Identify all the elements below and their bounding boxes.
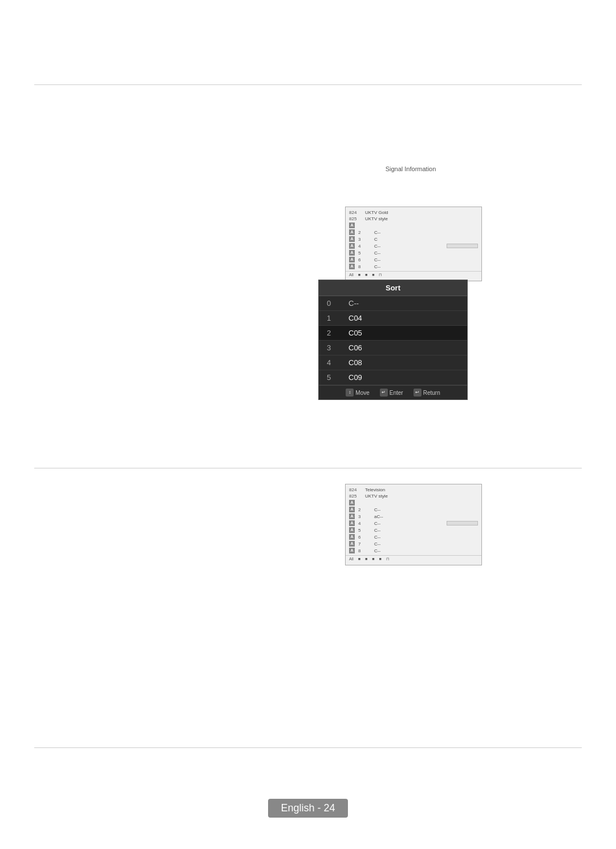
ch-row-3-bot: A 3 aC-- — [346, 513, 481, 520]
sort-item-4[interactable]: 4 C08 — [319, 355, 467, 370]
sort-nav-bar: ↕ Move ↵ Enter ↩ Return — [319, 385, 467, 399]
footer-badge: English - 24 — [268, 799, 347, 818]
sort-item-0[interactable]: 0 C-- — [319, 296, 467, 311]
ch-row-4-top: A 4 C-- — [346, 242, 481, 249]
ch-row-5-bot: A 5 C-- — [346, 527, 481, 533]
ch-row-824-top: 824 UKTV Gold — [346, 209, 481, 216]
ch-footer-bar-bot: All ■ ■ ■ ■ ⊓ — [346, 555, 481, 563]
ch-row-6-top: A 6 C-- — [346, 256, 481, 263]
ch-row-6-bot: A 6 C-- — [346, 533, 481, 540]
ch-row-5-top: A 5 C-- — [346, 249, 481, 256]
ch-row-7-bot: A 7 C-- — [346, 540, 481, 547]
return-icon: ↩ — [414, 389, 422, 397]
ch-icon-row-bot: A — [346, 499, 481, 506]
sort-header: Sort — [319, 280, 467, 296]
divider-middle — [34, 468, 582, 468]
ch-row-8-bot: A 8 C-- — [346, 547, 481, 554]
footer: English - 24 — [0, 799, 616, 818]
sort-nav-return: ↩ Return — [414, 389, 440, 397]
sort-nav-move: ↕ Move — [346, 389, 369, 397]
enter-icon: ↵ — [380, 389, 388, 397]
divider-top — [34, 84, 582, 85]
ch-row-824-bot: 824 Television — [346, 487, 481, 493]
channel-list-bottom: 824 Television 825 UKTV style A A 2 C-- … — [345, 484, 482, 565]
divider-bottom — [34, 747, 582, 748]
ch-footer-bar-top: All ■ ■ ■ ⊓ — [346, 271, 481, 278]
channel-list-top: 824 UKTV Gold 825 UKTV style A A 2 C-- A… — [345, 207, 482, 281]
ch-row-825-bot: 825 UKTV style — [346, 493, 481, 499]
ch-row-8-top: A 8 C-- — [346, 263, 481, 270]
move-icon: ↕ — [346, 389, 354, 397]
signal-info-label: Signal Information — [339, 165, 482, 172]
sort-item-5[interactable]: 5 C09 — [319, 370, 467, 385]
ch-row-2-bot: A 2 C-- — [346, 506, 481, 513]
signal-info-section: Signal Information 824 UKTV Gold 825 UKT… — [339, 165, 482, 281]
ch-row-2-top: A 2 C-- — [346, 229, 481, 236]
ch-icon-row-top: A — [346, 222, 481, 229]
sort-overlay[interactable]: Sort 0 C-- 1 C04 2 C05 3 C06 4 C08 5 C09… — [318, 280, 468, 400]
sort-item-1[interactable]: 1 C04 — [319, 311, 467, 326]
ch-row-4-bot: A 4 C-- — [346, 520, 481, 527]
sort-nav-enter: ↵ Enter — [380, 389, 403, 397]
ch-row-825-top: 825 UKTV style — [346, 216, 481, 222]
sort-item-3[interactable]: 3 C06 — [319, 341, 467, 355]
ch-row-3-top: A 3 C — [346, 236, 481, 242]
bottom-channel-section: 824 Television 825 UKTV style A A 2 C-- … — [339, 484, 482, 565]
sort-item-2[interactable]: 2 C05 — [319, 326, 467, 341]
